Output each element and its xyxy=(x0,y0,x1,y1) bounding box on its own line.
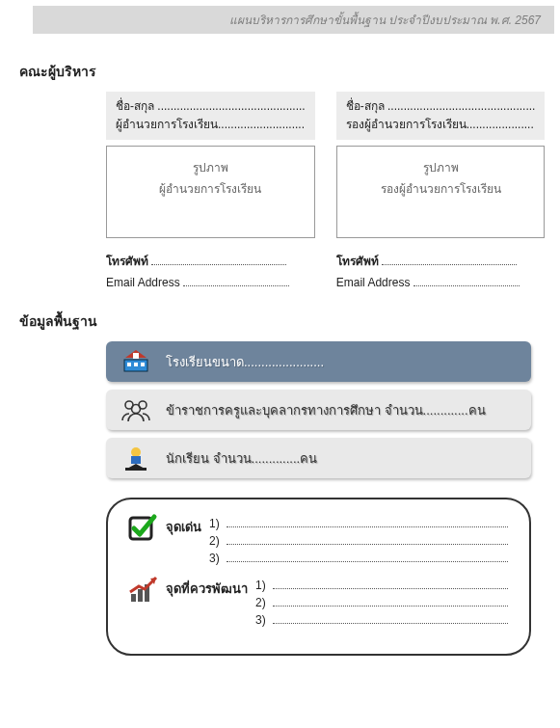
strengths-lines: 1) 2) 3) xyxy=(209,513,508,569)
director-email-line xyxy=(183,277,289,287)
strengths-line-2 xyxy=(227,535,508,545)
strengths-row: จุดเด่น 1) 2) 3) xyxy=(127,513,508,569)
page-header-bar: แผนบริหารการศึกษาขั้นพื้นฐาน ประจำปีงบปร… xyxy=(33,6,554,34)
director-photo-role: ผู้อำนวยการโรงเรียน xyxy=(107,179,314,201)
strengths-line-1 xyxy=(227,518,508,527)
deputy-email-row: Email Address xyxy=(336,276,546,289)
staff-icon xyxy=(106,397,166,422)
svg-point-10 xyxy=(131,447,141,457)
deputy-photo-role: รองผู้อำนวยการโรงเรียน xyxy=(337,179,545,201)
strengths-num-2: 2) xyxy=(209,534,227,548)
admin-col-director: ชื่อ-สกุล ..............................… xyxy=(106,92,315,289)
director-email-label: Email Address xyxy=(106,276,180,289)
svg-rect-5 xyxy=(134,363,138,366)
deputy-email-line xyxy=(413,277,520,287)
deputy-name-box: ชื่อ-สกุล ..............................… xyxy=(336,92,546,140)
strengths-num-3: 3) xyxy=(209,552,227,565)
improve-label: จุดที่ควรพัฒนา xyxy=(166,575,248,599)
svg-rect-4 xyxy=(127,363,131,366)
director-photo-box: รูปภาพ ผู้อำนวยการโรงเรียน xyxy=(106,146,315,238)
director-phone-line xyxy=(151,256,286,266)
deputy-photo-label: รูปภาพ xyxy=(337,158,545,179)
strengths-num-1: 1) xyxy=(209,517,227,530)
improve-line-2 xyxy=(273,597,508,607)
svg-rect-3 xyxy=(133,353,139,359)
director-email-row: Email Address xyxy=(106,276,315,289)
improve-num-2: 2) xyxy=(255,596,273,609)
deputy-phone-line xyxy=(382,256,517,266)
improve-num-1: 1) xyxy=(255,579,273,592)
improve-row: จุดที่ควรพัฒนา 1) 2) 3) xyxy=(127,575,508,631)
pill-school-size: โรงเรียนขนาด....................... xyxy=(106,341,531,382)
growth-chart-icon xyxy=(127,575,166,604)
checkmark-icon xyxy=(127,513,166,542)
deputy-role-label: รองผู้อำนวยการโรงเรียน..................… xyxy=(346,116,536,134)
pill-staff: ข้าราชการครูและบุคลากรทางการศึกษา จำนวน.… xyxy=(106,390,531,430)
pill-students-text: นักเรียน จำนวน..............คน xyxy=(166,448,317,469)
deputy-email-label: Email Address xyxy=(336,276,411,289)
strengths-improve-box: จุดเด่น 1) 2) 3) จุดที่ควรพัฒนา 1) xyxy=(106,498,531,656)
school-icon xyxy=(106,348,166,375)
director-phone-row: โทรศัพท์ xyxy=(106,252,315,270)
svg-rect-13 xyxy=(125,468,147,471)
page-header-title: แผนบริหารการศึกษาขั้นพื้นฐาน ประจำปีงบปร… xyxy=(229,13,541,27)
basic-info-heading: ข้อมูลพื้นฐาน xyxy=(19,310,541,332)
student-icon xyxy=(106,445,166,472)
svg-rect-15 xyxy=(131,594,136,602)
deputy-phone-label: โทรศัพท์ xyxy=(336,255,379,268)
svg-rect-16 xyxy=(138,589,143,602)
deputy-name-label: ชื่อ-สกุล ..............................… xyxy=(346,97,536,116)
deputy-photo-box: รูปภาพ รองผู้อำนวยการโรงเรียน xyxy=(336,146,546,238)
director-phone-label: โทรศัพท์ xyxy=(106,255,148,268)
director-name-box: ชื่อ-สกุล ..............................… xyxy=(106,92,315,140)
pill-list: โรงเรียนขนาด....................... ข้าร… xyxy=(106,341,531,478)
administrators-heading: คณะผู้บริหาร xyxy=(19,61,541,82)
pill-school-size-text: โรงเรียนขนาด....................... xyxy=(166,352,324,372)
director-name-label: ชื่อ-สกุล ..............................… xyxy=(116,97,306,116)
admin-col-deputy: ชื่อ-สกุล ..............................… xyxy=(336,92,546,289)
page-content: คณะผู้บริหาร ชื่อ-สกุล .................… xyxy=(0,34,560,683)
strengths-line-3 xyxy=(227,553,508,562)
strengths-label: จุดเด่น xyxy=(166,513,201,537)
director-role-label: ผู้อำนวยการโรงเรียน.....................… xyxy=(116,116,306,134)
director-photo-label: รูปภาพ xyxy=(107,158,314,179)
improve-line-3 xyxy=(273,614,508,624)
administrators-grid: ชื่อ-สกุล ..............................… xyxy=(106,92,531,289)
pill-staff-text: ข้าราชการครูและบุคลากรทางการศึกษา จำนวน.… xyxy=(166,400,486,420)
pill-students: นักเรียน จำนวน..............คน xyxy=(106,438,531,478)
svg-rect-11 xyxy=(131,456,141,464)
improve-line-1 xyxy=(273,580,508,589)
svg-point-9 xyxy=(132,405,141,414)
improve-lines: 1) 2) 3) xyxy=(255,575,508,631)
svg-rect-6 xyxy=(141,363,145,366)
improve-num-3: 3) xyxy=(255,613,273,627)
deputy-phone-row: โทรศัพท์ xyxy=(336,252,546,270)
